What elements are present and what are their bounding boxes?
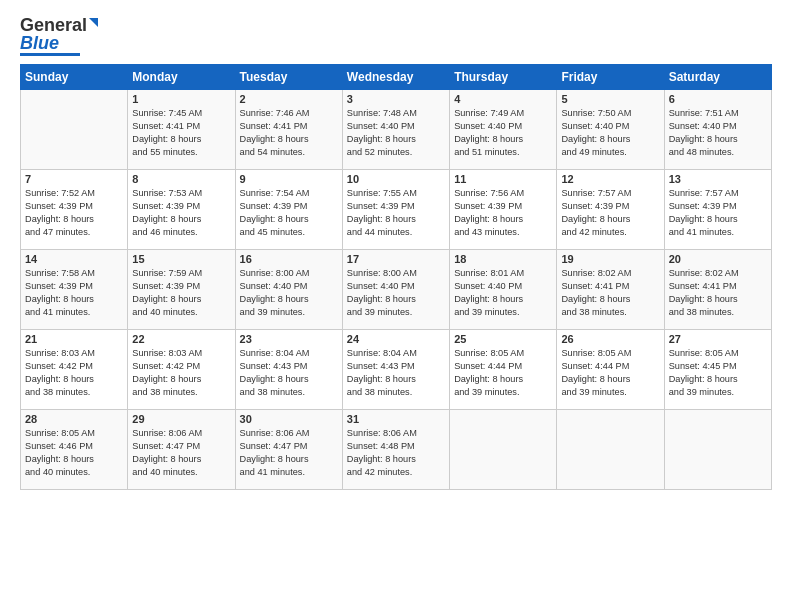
cell-content: Sunrise: 8:05 AMSunset: 4:46 PMDaylight:… [25,427,123,479]
day-number: 24 [347,333,445,345]
cell-content: Sunrise: 8:06 AMSunset: 4:47 PMDaylight:… [132,427,230,479]
calendar-cell: 8Sunrise: 7:53 AMSunset: 4:39 PMDaylight… [128,170,235,250]
calendar-cell: 14Sunrise: 7:58 AMSunset: 4:39 PMDayligh… [21,250,128,330]
cell-content: Sunrise: 8:02 AMSunset: 4:41 PMDaylight:… [561,267,659,319]
cell-content: Sunrise: 8:06 AMSunset: 4:47 PMDaylight:… [240,427,338,479]
calendar-cell: 16Sunrise: 8:00 AMSunset: 4:40 PMDayligh… [235,250,342,330]
calendar-cell: 28Sunrise: 8:05 AMSunset: 4:46 PMDayligh… [21,410,128,490]
cell-content: Sunrise: 8:04 AMSunset: 4:43 PMDaylight:… [240,347,338,399]
day-number: 7 [25,173,123,185]
logo-text: General [20,16,98,34]
day-number: 31 [347,413,445,425]
cell-content: Sunrise: 8:03 AMSunset: 4:42 PMDaylight:… [25,347,123,399]
calendar-cell: 19Sunrise: 8:02 AMSunset: 4:41 PMDayligh… [557,250,664,330]
cell-content: Sunrise: 7:57 AMSunset: 4:39 PMDaylight:… [561,187,659,239]
day-number: 25 [454,333,552,345]
cell-content: Sunrise: 7:49 AMSunset: 4:40 PMDaylight:… [454,107,552,159]
cell-content: Sunrise: 8:05 AMSunset: 4:44 PMDaylight:… [454,347,552,399]
day-number: 23 [240,333,338,345]
calendar-cell: 30Sunrise: 8:06 AMSunset: 4:47 PMDayligh… [235,410,342,490]
day-number: 17 [347,253,445,265]
day-number: 26 [561,333,659,345]
calendar-cell: 15Sunrise: 7:59 AMSunset: 4:39 PMDayligh… [128,250,235,330]
header-row: SundayMondayTuesdayWednesdayThursdayFrid… [21,65,772,90]
day-number: 15 [132,253,230,265]
day-number: 8 [132,173,230,185]
day-number: 10 [347,173,445,185]
cell-content: Sunrise: 8:05 AMSunset: 4:44 PMDaylight:… [561,347,659,399]
day-number: 21 [25,333,123,345]
day-number: 18 [454,253,552,265]
cell-content: Sunrise: 8:00 AMSunset: 4:40 PMDaylight:… [347,267,445,319]
day-number: 28 [25,413,123,425]
cell-content: Sunrise: 8:02 AMSunset: 4:41 PMDaylight:… [669,267,767,319]
calendar-cell: 18Sunrise: 8:01 AMSunset: 4:40 PMDayligh… [450,250,557,330]
col-header-monday: Monday [128,65,235,90]
week-row: 7Sunrise: 7:52 AMSunset: 4:39 PMDaylight… [21,170,772,250]
week-row: 21Sunrise: 8:03 AMSunset: 4:42 PMDayligh… [21,330,772,410]
col-header-saturday: Saturday [664,65,771,90]
day-number: 12 [561,173,659,185]
col-header-sunday: Sunday [21,65,128,90]
day-number: 4 [454,93,552,105]
day-number: 1 [132,93,230,105]
cell-content: Sunrise: 8:03 AMSunset: 4:42 PMDaylight:… [132,347,230,399]
calendar-cell [557,410,664,490]
day-number: 14 [25,253,123,265]
cell-content: Sunrise: 7:53 AMSunset: 4:39 PMDaylight:… [132,187,230,239]
calendar-cell: 4Sunrise: 7:49 AMSunset: 4:40 PMDaylight… [450,90,557,170]
calendar-cell: 21Sunrise: 8:03 AMSunset: 4:42 PMDayligh… [21,330,128,410]
col-header-friday: Friday [557,65,664,90]
calendar-cell: 29Sunrise: 8:06 AMSunset: 4:47 PMDayligh… [128,410,235,490]
cell-content: Sunrise: 7:56 AMSunset: 4:39 PMDaylight:… [454,187,552,239]
logo-blue-text: Blue [20,34,59,52]
day-number: 2 [240,93,338,105]
calendar-cell: 10Sunrise: 7:55 AMSunset: 4:39 PMDayligh… [342,170,449,250]
cell-content: Sunrise: 7:52 AMSunset: 4:39 PMDaylight:… [25,187,123,239]
calendar-cell: 6Sunrise: 7:51 AMSunset: 4:40 PMDaylight… [664,90,771,170]
calendar-cell [664,410,771,490]
calendar-cell: 2Sunrise: 7:46 AMSunset: 4:41 PMDaylight… [235,90,342,170]
logo: General Blue [20,16,98,56]
cell-content: Sunrise: 7:59 AMSunset: 4:39 PMDaylight:… [132,267,230,319]
cell-content: Sunrise: 7:46 AMSunset: 4:41 PMDaylight:… [240,107,338,159]
day-number: 5 [561,93,659,105]
calendar-cell [450,410,557,490]
calendar-page: General Blue SundayMondayTuesdayWednesda… [0,0,792,612]
calendar-cell: 5Sunrise: 7:50 AMSunset: 4:40 PMDaylight… [557,90,664,170]
week-row: 28Sunrise: 8:05 AMSunset: 4:46 PMDayligh… [21,410,772,490]
calendar-table: SundayMondayTuesdayWednesdayThursdayFrid… [20,64,772,490]
calendar-cell: 12Sunrise: 7:57 AMSunset: 4:39 PMDayligh… [557,170,664,250]
day-number: 11 [454,173,552,185]
day-number: 30 [240,413,338,425]
calendar-cell: 26Sunrise: 8:05 AMSunset: 4:44 PMDayligh… [557,330,664,410]
logo-line [20,53,80,56]
page-header: General Blue [20,16,772,56]
cell-content: Sunrise: 7:51 AMSunset: 4:40 PMDaylight:… [669,107,767,159]
cell-content: Sunrise: 7:55 AMSunset: 4:39 PMDaylight:… [347,187,445,239]
col-header-thursday: Thursday [450,65,557,90]
calendar-cell: 11Sunrise: 7:56 AMSunset: 4:39 PMDayligh… [450,170,557,250]
cell-content: Sunrise: 7:45 AMSunset: 4:41 PMDaylight:… [132,107,230,159]
calendar-cell: 9Sunrise: 7:54 AMSunset: 4:39 PMDaylight… [235,170,342,250]
cell-content: Sunrise: 7:48 AMSunset: 4:40 PMDaylight:… [347,107,445,159]
week-row: 14Sunrise: 7:58 AMSunset: 4:39 PMDayligh… [21,250,772,330]
day-number: 16 [240,253,338,265]
calendar-cell: 24Sunrise: 8:04 AMSunset: 4:43 PMDayligh… [342,330,449,410]
cell-content: Sunrise: 8:04 AMSunset: 4:43 PMDaylight:… [347,347,445,399]
calendar-cell [21,90,128,170]
calendar-cell: 27Sunrise: 8:05 AMSunset: 4:45 PMDayligh… [664,330,771,410]
day-number: 29 [132,413,230,425]
col-header-wednesday: Wednesday [342,65,449,90]
calendar-cell: 25Sunrise: 8:05 AMSunset: 4:44 PMDayligh… [450,330,557,410]
day-number: 9 [240,173,338,185]
week-row: 1Sunrise: 7:45 AMSunset: 4:41 PMDaylight… [21,90,772,170]
calendar-cell: 1Sunrise: 7:45 AMSunset: 4:41 PMDaylight… [128,90,235,170]
cell-content: Sunrise: 8:00 AMSunset: 4:40 PMDaylight:… [240,267,338,319]
cell-content: Sunrise: 7:50 AMSunset: 4:40 PMDaylight:… [561,107,659,159]
cell-content: Sunrise: 7:58 AMSunset: 4:39 PMDaylight:… [25,267,123,319]
day-number: 19 [561,253,659,265]
calendar-cell: 23Sunrise: 8:04 AMSunset: 4:43 PMDayligh… [235,330,342,410]
cell-content: Sunrise: 8:06 AMSunset: 4:48 PMDaylight:… [347,427,445,479]
day-number: 27 [669,333,767,345]
